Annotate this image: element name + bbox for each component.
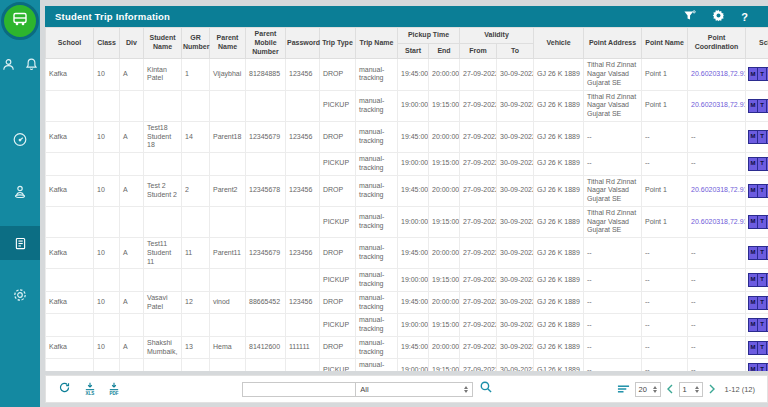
cell-to: 30-09-2022 [497, 314, 534, 337]
col-end[interactable]: End [429, 43, 460, 59]
search-input[interactable] [242, 382, 356, 397]
cell-vehicle: GJ 26 K 1889 [534, 238, 584, 269]
app-logo[interactable] [1, 2, 39, 40]
cell-password: 123456 [286, 121, 320, 152]
cell-student-name: Shakshi Mumbaik, [144, 336, 182, 359]
col-school[interactable]: School [46, 28, 94, 59]
col-point-address[interactable]: Point Address [584, 28, 642, 59]
cell-parent-mobile [246, 359, 286, 371]
col-class[interactable]: Class [94, 28, 120, 59]
next-page-chevron-icon[interactable] [708, 380, 716, 398]
current-page-stepper[interactable]: 1 [679, 382, 703, 397]
filter-icon[interactable] [683, 8, 696, 26]
col-point-coordination[interactable]: Point Coordination [688, 28, 746, 59]
cell-point-address: Tithal Rd Zinnat Nagar Valsad Gujarat SE [584, 90, 642, 121]
cell-parent-mobile [246, 269, 286, 292]
cell-parent-mobile [246, 90, 286, 121]
cell-student-name: Kintan Patel [144, 59, 182, 90]
prev-page-chevron-icon[interactable] [666, 380, 674, 398]
table-body: Kafka10AKintan Patel1Vijaybhai8128488512… [46, 59, 768, 371]
notifications-bell-icon[interactable] [24, 56, 40, 72]
profile-icon[interactable] [1, 56, 17, 72]
table-row: PICKUPmanual-tracking19:00:0019:15:0027-… [46, 90, 768, 121]
cell-password: 123456 [286, 291, 320, 314]
table-row: Kafka10ATest11 Student 1111Parent1112345… [46, 238, 768, 269]
cell-trip-name: manual-tracking [356, 359, 398, 371]
sidebar-item-trip-report[interactable] [0, 226, 40, 260]
col-gr-number[interactable]: GR Number [182, 28, 210, 59]
cell-start: 19:00:00 [398, 269, 429, 292]
search-icon[interactable] [479, 380, 493, 398]
cell-student-name [144, 206, 182, 237]
cell-vehicle: GJ 26 K 1889 [534, 121, 584, 152]
cell-student-name [144, 359, 182, 371]
cell-class [94, 90, 120, 121]
cell-gr-number: 14 [182, 121, 210, 152]
cell-vehicle: GJ 26 K 1889 [534, 175, 584, 206]
cell-school: Kafka [46, 121, 94, 152]
col-from[interactable]: From [460, 43, 497, 59]
cell-point-coordination[interactable]: 20.6020318,72.9123... [688, 206, 746, 237]
page-size-list-icon [617, 380, 630, 398]
col-vehicle[interactable]: Vehicle [534, 28, 584, 59]
col-trip-type[interactable]: Trip Type [320, 28, 356, 59]
help-icon[interactable]: ? [741, 11, 748, 23]
col-schedule[interactable]: Schedule [746, 28, 768, 59]
cell-gr-number [182, 314, 210, 337]
cell-gr-number [182, 90, 210, 121]
cell-parent-name [210, 90, 246, 121]
cell-end: 20:00:00 [429, 175, 460, 206]
cell-point-coordination: -- [688, 314, 746, 337]
cell-trip-name: manual-tracking [356, 121, 398, 152]
export-pdf-icon[interactable]: PDF [109, 382, 119, 397]
export-xls-label: XLS [86, 392, 95, 397]
cell-div: A [120, 336, 144, 359]
page-size-stepper[interactable]: 20 [635, 382, 661, 397]
pagination-range-label: 1-12 (12) [725, 385, 755, 394]
col-student-name[interactable]: Student Name [144, 28, 182, 59]
col-div[interactable]: Div [120, 28, 144, 59]
cell-schedule: MTWTFSS [746, 153, 768, 176]
cell-point-coordination[interactable]: 20.6020318,72.9123... [688, 90, 746, 121]
col-start[interactable]: Start [398, 43, 429, 59]
cell-parent-name: Vijaybhai [210, 59, 246, 90]
cell-trip-name: manual-tracking [356, 59, 398, 90]
cell-gr-number [182, 153, 210, 176]
sidebar-item-student-tracking[interactable] [0, 174, 40, 208]
refresh-icon[interactable] [58, 380, 71, 398]
cell-vehicle: GJ 26 K 1889 [534, 336, 584, 359]
app-window: Student Trip Information ? [0, 0, 768, 407]
cell-from: 27-09-2022 [460, 175, 497, 206]
page-title: Student Trip Information [55, 11, 170, 22]
cell-parent-mobile: 12345678 [246, 175, 286, 206]
col-to[interactable]: To [497, 43, 534, 59]
cell-to: 30-09-2022 [497, 359, 534, 371]
cell-class [94, 314, 120, 337]
col-parent-name[interactable]: Parent Name [210, 28, 246, 59]
search-column-selected: All [360, 385, 368, 394]
cell-point-address: Tithal Rd Zinnat Nagar Valsad Gujarat SE [584, 59, 642, 90]
col-point-name[interactable]: Point Name [642, 28, 688, 59]
col-parent-mobile[interactable]: Parent Mobile Number [246, 28, 286, 59]
cell-password: 123456 [286, 59, 320, 90]
cell-school: Kafka [46, 291, 94, 314]
cell-trip-type: PICKUP [320, 153, 356, 176]
settings-gear-icon[interactable] [712, 8, 725, 26]
cell-div [120, 153, 144, 176]
search-column-select[interactable]: All [355, 382, 473, 397]
cell-div: A [120, 59, 144, 90]
export-xls-icon[interactable]: XLS [85, 382, 95, 397]
cell-to: 30-09-2022 [497, 59, 534, 90]
bus-icon [10, 9, 30, 33]
cell-trip-name: manual-tracking [356, 269, 398, 292]
cell-start: 19:45:00 [398, 291, 429, 314]
cell-trip-type: DROP [320, 121, 356, 152]
cell-point-coordination[interactable]: 20.6020318,72.9123... [688, 59, 746, 90]
cell-point-coordination[interactable]: 20.6020318,72.9123... [688, 175, 746, 206]
cell-student-name [144, 314, 182, 337]
sidebar-item-dashboard[interactable] [0, 122, 40, 156]
sidebar-item-settings[interactable] [0, 278, 40, 312]
col-trip-name[interactable]: Trip Name [356, 28, 398, 59]
cell-from: 27-09-2022 [460, 359, 497, 371]
col-password[interactable]: Password [286, 28, 320, 59]
